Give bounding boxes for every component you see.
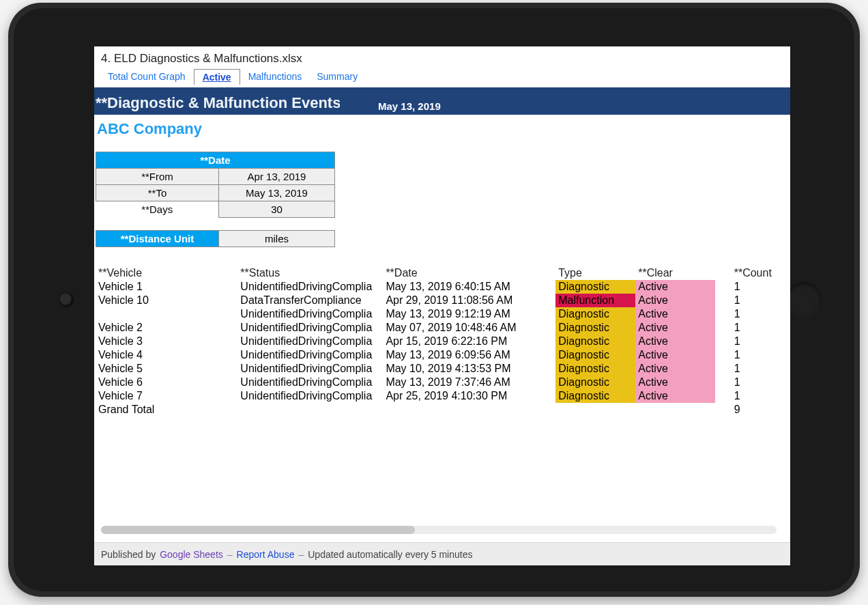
col-clear: **Clear [635,266,715,280]
updated-text: Updated automatically every 5 minutes [308,549,472,560]
company-name: ABC Company [96,115,789,152]
grand-total-count: 9 [732,403,789,417]
col-type: Type [555,266,635,280]
table-row: Vehicle 1UnidentifiedDrivingCompliaMay 1… [96,280,789,294]
days-label: **Days [96,201,219,218]
file-title: 4. ELD Diagnostics & Malfunctions.xlsx [94,46,790,68]
front-camera-icon [59,292,74,307]
table-row: Vehicle 10DataTransferComplianceApr 29, … [96,294,789,307]
banner-title: **Diagnostic & Malfunction Events [94,92,340,115]
col-vehicle: **Vehicle [96,266,237,280]
grand-total-label: Grand Total [96,403,237,417]
date-header: **Date [96,152,335,169]
table-row: Vehicle 4UnidentifiedDrivingCompliaMay 1… [96,348,789,362]
table-row: Vehicle 3UnidentifiedDrivingCompliaApr 1… [96,335,789,348]
distance-unit-table: **Distance Unit miles [96,230,335,247]
table-row: Vehicle 2UnidentifiedDrivingCompliaMay 0… [96,321,789,335]
date-range-table: **Date **From Apr 13, 2019 **To May 13, … [96,152,335,218]
to-label: **To [96,185,219,201]
distance-label: **Distance Unit [96,231,219,247]
distance-value: miles [219,231,335,247]
tablet-bezel: 4. ELD Diagnostics & Malfunctions.xlsx T… [14,8,854,591]
tab-total-count-graph[interactable]: Total Count Graph [101,68,192,85]
days-value: 30 [219,201,335,218]
tablet-frame: 4. ELD Diagnostics & Malfunctions.xlsx T… [8,3,860,597]
to-value: May 13, 2019 [219,185,335,201]
table-row: Vehicle 5UnidentifiedDrivingCompliaMay 1… [96,362,789,376]
events-table: **Vehicle **Status **Date Type **Clear *… [96,266,789,417]
horizontal-scrollbar[interactable] [101,526,777,534]
table-row: Vehicle 7UnidentifiedDrivingCompliaApr 2… [96,389,789,403]
scrollbar-thumb[interactable] [101,526,415,534]
google-sheets-link[interactable]: Google Sheets [160,549,223,560]
col-status: **Status [237,266,383,280]
banner: **Diagnostic & Malfunction Events May 13… [94,87,790,115]
published-by-text: Published by [101,549,156,560]
report-abuse-link[interactable]: Report Abuse [237,549,295,560]
sheet-tabs: Total Count GraphActiveMalfunctionsSumma… [94,68,790,87]
home-button[interactable] [786,282,822,318]
banner-date: May 13, 2019 [378,100,441,115]
table-row: Vehicle 6UnidentifiedDrivingCompliaMay 1… [96,376,789,389]
table-row: UnidentifiedDrivingCompliaMay 13, 2019 9… [96,307,789,321]
tab-active[interactable]: Active [194,69,240,85]
col-date: **Date [383,266,555,280]
from-value: Apr 13, 2019 [219,169,335,185]
screen: 4. ELD Diagnostics & Malfunctions.xlsx T… [94,46,790,565]
from-label: **From [96,169,219,185]
footer: Published by Google Sheets – Report Abus… [94,542,790,565]
tab-summary[interactable]: Summary [310,68,364,85]
tab-malfunctions[interactable]: Malfunctions [242,68,309,85]
col-count: **Count [732,266,789,280]
